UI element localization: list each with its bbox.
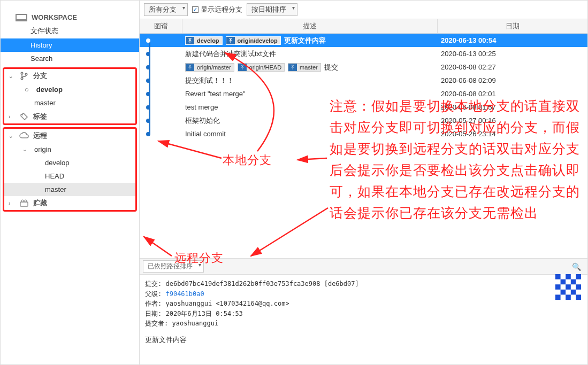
col-date[interactable]: 日期 (438, 19, 587, 33)
branch-filter-dropdown[interactable]: 所有分支 (144, 3, 188, 16)
commit-row[interactable]: Revert "test merge"2020-06-08 02:01 (140, 87, 587, 100)
search-icon[interactable]: 🔍 (569, 262, 584, 271)
svg-point-3 (22, 114, 23, 115)
remote-tag[interactable]: ᛡorigin/master (185, 63, 234, 72)
commit-date: 2020-05-27 00:16 (438, 117, 587, 125)
commit-row[interactable]: 提交测试！！！2020-06-08 02:09 (140, 74, 587, 87)
detail-hash: de6bd07bc419def381d262b0ff03e753fca3e908… (165, 280, 358, 288)
path-sort-dropdown[interactable]: 已依照路径排序 (143, 260, 204, 273)
commit-detail: 提交: de6bd07bc419def381d262b0ff03e753fca3… (140, 275, 587, 333)
commit-message: 提交 (324, 63, 338, 72)
sort-dropdown[interactable]: 按日期排序 (247, 3, 297, 16)
stash-title: 贮藏 (33, 198, 47, 208)
graph-node-icon (146, 132, 150, 136)
svg-point-2 (25, 73, 27, 75)
remote-tag[interactable]: ᛡorigin/HEAD (238, 63, 285, 72)
remote-tag[interactable]: ᛡorigin/develop (226, 36, 281, 45)
sidebar-item-history[interactable]: History (1, 38, 139, 52)
svg-rect-12 (566, 274, 571, 279)
chevron-down-icon: ⌄ (22, 146, 27, 152)
remote-origin[interactable]: ⌄ origin (4, 143, 135, 156)
commit-date: 2020-06-13 00:54 (438, 36, 587, 44)
chevron-right-icon: › (9, 200, 10, 206)
svg-rect-14 (555, 284, 561, 290)
stash-icon (19, 199, 29, 207)
svg-rect-19 (576, 294, 581, 300)
commit-message: test merge (185, 103, 218, 111)
branches-title: 分支 (33, 71, 47, 81)
column-headers: 图谱 描述 日期 (140, 19, 587, 34)
cloud-icon (19, 132, 29, 139)
remote-item-develop[interactable]: develop (4, 156, 135, 169)
commit-list[interactable]: ᛡdevelopᛡorigin/develop更新文件内容2020-06-13 … (140, 34, 587, 141)
branch-icon: ᛡ (226, 37, 235, 44)
graph-node-icon (146, 65, 150, 69)
detail-author: yaoshuanggui <1070342164@qq.com> (165, 300, 289, 307)
commit-date: 2020-06-08 02:09 (438, 76, 587, 84)
branch-icon: ᛡ (288, 64, 297, 71)
graph-node-icon (146, 38, 150, 43)
svg-rect-13 (566, 284, 571, 290)
chevron-down-icon: ⌄ (9, 133, 13, 139)
remote-item-head[interactable]: HEAD (4, 169, 135, 183)
commit-date: 2020-06-08 02:01 (438, 90, 587, 98)
commit-row[interactable]: Initial commit2020-05-26 23:14 (140, 127, 587, 141)
branch-item-develop[interactable]: ○ develop (4, 83, 135, 96)
svg-rect-11 (571, 279, 576, 285)
main-panel: 所有分支 ✓ 显示远程分支 按日期排序 图谱 描述 日期 ᛡdevelopᛡor… (140, 1, 587, 364)
svg-point-0 (21, 72, 23, 74)
tag-icon (19, 113, 29, 120)
commit-row[interactable]: ᛡorigin/masterᛡorigin/HEADᛡmaster提交2020-… (140, 60, 587, 74)
commit-date: 2020-06-08 01:57 (438, 103, 587, 111)
branch-tag[interactable]: ᛡdevelop (185, 36, 223, 45)
commit-message: 更新文件内容 (284, 36, 326, 45)
commit-row[interactable]: 框架初始化2020-05-27 00:16 (140, 114, 587, 127)
svg-rect-15 (576, 284, 581, 290)
checkbox-icon: ✓ (192, 6, 198, 13)
commit-date: 2020-06-08 02:27 (438, 63, 587, 71)
graph-node-icon (146, 52, 150, 56)
branch-icon (19, 72, 29, 80)
svg-rect-16 (561, 290, 566, 295)
filter-toolbar: 所有分支 ✓ 显示远程分支 按日期排序 (140, 1, 587, 19)
graph-node-icon (146, 79, 150, 83)
branch-tag[interactable]: ᛡmaster (288, 63, 321, 72)
commit-message: 新建代码合并冲突测试txt文件 (185, 49, 276, 59)
branches-header[interactable]: ⌄ 分支 (4, 69, 135, 83)
commit-date: 2020-05-26 23:14 (438, 130, 587, 138)
commit-row[interactable]: 新建代码合并冲突测试txt文件2020-06-13 00:25 (140, 47, 587, 60)
annotation-box-remote: ⌄ 远程 ⌄ origin develop HEAD master › 贮藏 (3, 127, 137, 212)
commit-message: Revert "test merge" (185, 90, 246, 98)
commit-date: 2020-06-13 00:25 (438, 50, 587, 58)
svg-point-1 (21, 77, 23, 80)
col-graph[interactable]: 图谱 (140, 19, 182, 33)
commit-message: 更新文件内容 (140, 333, 587, 347)
remotes-title: 远程 (33, 131, 47, 141)
parent-link[interactable]: f90461b0a0 (165, 290, 204, 298)
show-remote-checkbox[interactable]: ✓ 显示远程分支 (192, 5, 242, 14)
current-branch-dot-icon: ○ (25, 86, 29, 94)
workspace-header: WORKSPACE (1, 11, 139, 24)
branch-icon: ᛡ (186, 37, 194, 44)
annotation-box-local: ⌄ 分支 ○ develop master › 标签 (3, 67, 137, 125)
graph-node-icon (146, 105, 150, 110)
sidebar-item-filestate[interactable]: 文件状态 (1, 24, 139, 38)
sidebar-item-search[interactable]: Search (1, 52, 139, 65)
remotes-header[interactable]: ⌄ 远程 (4, 129, 135, 143)
svg-rect-9 (576, 274, 581, 279)
col-desc[interactable]: 描述 (182, 19, 438, 33)
commit-row[interactable]: ᛡdevelopᛡorigin/develop更新文件内容2020-06-13 … (140, 34, 587, 47)
avatar (555, 274, 581, 300)
monitor-icon (16, 14, 27, 21)
branch-icon: ᛡ (186, 64, 194, 71)
branch-item-master[interactable]: master (4, 96, 135, 110)
branch-icon: ᛡ (238, 64, 247, 71)
svg-rect-18 (555, 294, 561, 300)
remote-item-master[interactable]: master (4, 183, 135, 196)
commit-row[interactable]: test merge2020-06-08 01:57 (140, 100, 587, 114)
detail-committer: yaoshuanggui (172, 320, 218, 327)
stash-header[interactable]: › 贮藏 (4, 196, 135, 210)
tags-header[interactable]: › 标签 (4, 110, 135, 123)
graph-node-icon (146, 119, 150, 123)
app-window: WORKSPACE 文件状态 History Search ⌄ 分支 ○ dev… (0, 0, 588, 365)
